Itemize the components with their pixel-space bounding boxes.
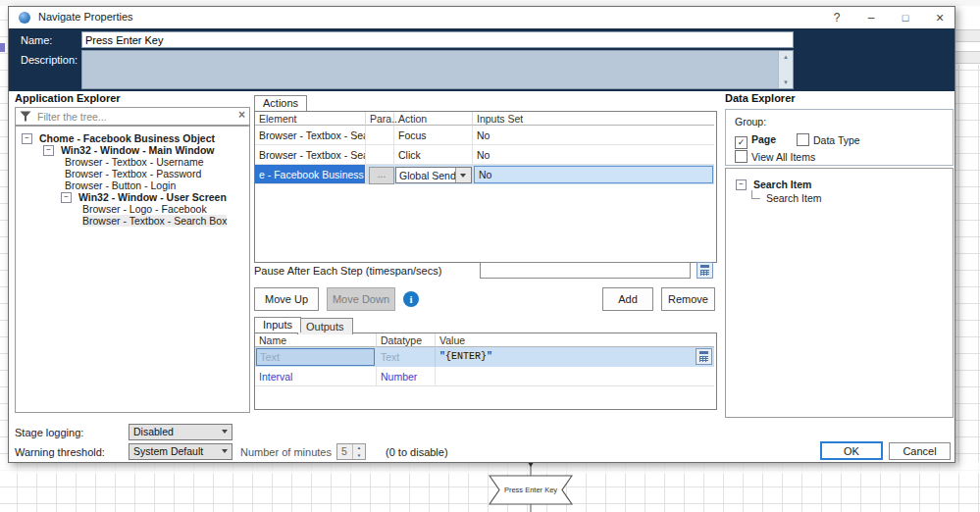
tree-item-label[interactable]: Browser - Textbox - Search Box bbox=[82, 215, 227, 227]
chevron-down-icon[interactable] bbox=[455, 168, 471, 182]
window-title: Navigate Properties bbox=[38, 11, 133, 23]
data-explorer-tree: − Search Item Search Item bbox=[725, 168, 954, 418]
calculator-button[interactable] bbox=[696, 262, 713, 279]
column-header-value: Value bbox=[436, 333, 714, 347]
maximize-button[interactable]: □ bbox=[893, 7, 918, 28]
checkbox-unchecked-icon[interactable] bbox=[735, 150, 748, 163]
stage-logging-value: Disabled bbox=[133, 426, 174, 437]
warning-threshold-dropdown[interactable]: System Default bbox=[129, 443, 232, 460]
cancel-button[interactable]: Cancel bbox=[889, 442, 951, 460]
scroll-down-icon[interactable]: ▼ bbox=[779, 77, 793, 88]
column-header-element: Element bbox=[255, 112, 366, 126]
pause-input[interactable] bbox=[480, 262, 691, 279]
action-row-inputs-set[interactable]: No bbox=[473, 126, 714, 145]
action-row-inputs-set-selected[interactable]: No bbox=[474, 166, 713, 183]
data-explorer-title: Data Explorer bbox=[725, 92, 796, 104]
input-datatype[interactable]: Text bbox=[377, 347, 436, 367]
tree-item-row[interactable]: Browser - Logo - Facebook bbox=[16, 202, 249, 214]
stage-label: Press Enter Key bbox=[489, 475, 573, 505]
checkbox-view-all-label: View All Items bbox=[751, 151, 815, 163]
tree-item-row[interactable]: − Win32 - Window - User Screen bbox=[16, 190, 249, 202]
tab-outputs-label: Outputs bbox=[306, 321, 344, 333]
action-row-element[interactable]: Browser - Textbox - Searc... bbox=[255, 126, 366, 145]
checkbox-page[interactable]: ✓Page bbox=[735, 133, 776, 149]
params-ellipsis-button[interactable]: ... bbox=[369, 167, 394, 184]
minutes-spinner[interactable]: 5 ▲ ▼ bbox=[336, 443, 366, 460]
calculator-icon bbox=[699, 351, 708, 354]
navigate-stage[interactable]: Press Enter Key bbox=[489, 475, 573, 505]
action-row-action[interactable]: Click bbox=[394, 145, 473, 165]
action-row-element[interactable]: Browser - Textbox - Searc... bbox=[255, 145, 366, 165]
checkbox-view-all-items[interactable]: View All Items bbox=[735, 150, 815, 163]
chevron-down-icon bbox=[222, 430, 228, 434]
minutes-value: 5 bbox=[341, 445, 347, 457]
action-row-params[interactable] bbox=[366, 145, 394, 165]
stage-logging-dropdown[interactable]: Disabled bbox=[129, 424, 232, 440]
name-label: Name: bbox=[21, 34, 52, 46]
tree-item-row[interactable]: Browser - Textbox - Search Box bbox=[16, 214, 249, 226]
tree-item-label[interactable]: Search Item bbox=[753, 179, 812, 190]
tree-connector bbox=[751, 190, 760, 199]
remove-button[interactable]: Remove bbox=[661, 287, 715, 311]
tree-item-row[interactable]: Search Item bbox=[726, 190, 953, 204]
dialog-header: Name: Description: ▲ ▼ bbox=[9, 28, 954, 91]
tree-item-label[interactable]: Search Item bbox=[766, 192, 822, 204]
tree-item-row[interactable]: − Chome - Facebook Business Object bbox=[16, 131, 249, 143]
action-combobox-value: Global Send Ke bbox=[399, 168, 455, 182]
description-textarea[interactable]: ▲ ▼ bbox=[81, 50, 794, 89]
checkbox-data-type[interactable]: Data Type bbox=[797, 133, 860, 146]
chevron-down-icon bbox=[222, 449, 228, 453]
action-row-element-selected[interactable]: e - Facebook Business Object bbox=[255, 165, 366, 184]
group-label: Group: bbox=[735, 116, 766, 128]
description-label: Description: bbox=[21, 54, 77, 66]
input-datatype[interactable]: Number bbox=[377, 367, 436, 386]
titlebar[interactable]: Navigate Properties ? – □ × bbox=[9, 7, 954, 29]
input-name[interactable]: Interval bbox=[255, 367, 377, 386]
close-button[interactable]: × bbox=[927, 7, 953, 28]
checkbox-unchecked-icon[interactable] bbox=[797, 133, 809, 146]
action-row-action[interactable]: Focus bbox=[394, 126, 473, 145]
scroll-up-icon[interactable]: ▲ bbox=[779, 51, 793, 63]
input-value[interactable] bbox=[436, 367, 714, 386]
action-row-params[interactable] bbox=[366, 126, 394, 145]
input-name-cell[interactable]: Text bbox=[256, 348, 375, 366]
name-input[interactable] bbox=[81, 31, 794, 48]
move-down-button[interactable]: Move Down bbox=[327, 287, 395, 311]
background-app-fragment bbox=[954, 29, 980, 42]
collapse-icon[interactable]: − bbox=[736, 179, 747, 190]
tree-item-row[interactable]: Browser - Textbox - Username bbox=[16, 155, 249, 167]
stage-logging-label: Stage logging: bbox=[15, 427, 83, 438]
spin-up-icon[interactable]: ▲ bbox=[353, 444, 365, 451]
tree-item-row[interactable]: Browser - Button - Login bbox=[16, 179, 249, 190]
background-app-fragment bbox=[954, 51, 980, 64]
tab-outputs[interactable]: Outputs bbox=[297, 318, 353, 334]
action-row-inputs-set[interactable]: No bbox=[473, 145, 714, 165]
ok-button[interactable]: OK bbox=[820, 441, 883, 460]
tree-item-row[interactable]: − Search Item bbox=[726, 177, 953, 190]
minimize-button[interactable]: – bbox=[858, 7, 884, 28]
tree-item-row[interactable]: − Win32 - Window - Main Window bbox=[16, 143, 249, 155]
application-explorer-title: Application Explorer bbox=[15, 92, 121, 104]
filter-clear-icon[interactable]: × bbox=[238, 108, 245, 122]
add-button[interactable]: Add bbox=[602, 287, 653, 311]
description-scrollbar[interactable]: ▲ ▼ bbox=[778, 51, 793, 88]
calculator-button[interactable] bbox=[696, 348, 712, 365]
blueprism-sphere-icon bbox=[19, 12, 30, 24]
column-header-name: Name bbox=[255, 333, 377, 347]
spin-down-icon[interactable]: ▼ bbox=[353, 452, 365, 459]
column-header-action: Action bbox=[394, 112, 473, 126]
input-value[interactable]: "{ENTER}" bbox=[436, 347, 695, 367]
move-up-button[interactable]: Move Up bbox=[254, 287, 319, 311]
info-icon[interactable]: i bbox=[403, 291, 419, 307]
action-combobox[interactable]: Global Send Ke bbox=[395, 167, 472, 183]
tab-actions[interactable]: Actions bbox=[254, 95, 307, 111]
filter-funnel-icon bbox=[20, 111, 31, 122]
spinner-buttons[interactable]: ▲ ▼ bbox=[352, 444, 365, 459]
background-app-fragment bbox=[0, 462, 980, 474]
tree-item-row[interactable]: Browser - Textbox - Password bbox=[16, 167, 249, 179]
number-of-minutes-label: Number of minutes bbox=[240, 446, 332, 458]
filter-input[interactable] bbox=[35, 109, 226, 124]
help-button[interactable]: ? bbox=[824, 7, 850, 28]
tab-inputs[interactable]: Inputs bbox=[254, 317, 301, 333]
checkbox-checked-icon[interactable]: ✓ bbox=[735, 136, 748, 149]
